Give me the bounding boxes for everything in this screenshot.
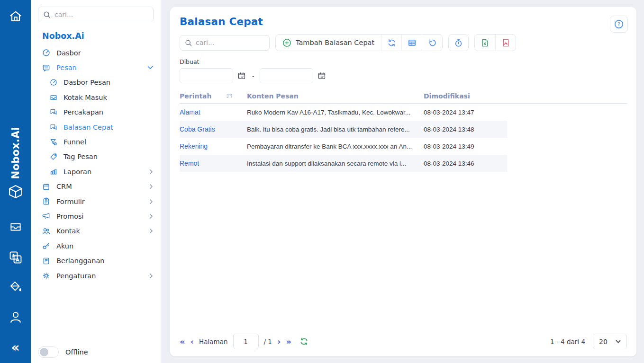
dashboard-icon [50,79,57,86]
chevron-down-icon [616,340,621,344]
last-page-button[interactable]: » [286,337,291,346]
column-header-perintah[interactable]: Perintah [180,92,247,100]
modified-cell: 08-03-2024 13:47 [424,109,507,116]
rail-brand-vertical: Nobox.Ai [10,127,21,179]
date-from-calendar-button[interactable] [236,71,247,80]
svg-text:?: ? [617,21,620,27]
offline-label: Offline [65,348,88,356]
sidebar-item-berlangganan[interactable]: Berlangganan [31,253,161,268]
sidebar-item-crm[interactable]: CRM [31,179,161,194]
sidebar-item-dasbor-pesan[interactable]: Dasbor Pesan [31,75,161,90]
sidebar-item-label: Funnel [63,138,86,146]
sidebar-item-label: Formulir [56,198,85,205]
command-link[interactable]: Coba Gratis [180,125,215,133]
content-cell: Instalasi dan support dilaksanakan secar… [247,160,424,167]
sidebar-item-kotak-masuk[interactable]: Kotak Masuk [31,90,161,105]
sidebar-search-input[interactable] [54,11,148,18]
next-page-button[interactable]: › [277,337,281,346]
chevron-right-icon [149,228,153,234]
cube-logo-icon[interactable] [7,183,24,200]
command-link[interactable]: Alamat [180,108,200,116]
plus-circle-icon [282,38,291,47]
sidebar-item-formulir[interactable]: Formulir [31,194,161,209]
modified-cell: 08-03-2024 13:48 [424,126,507,133]
sidebar-item-promosi[interactable]: Promosi [31,209,161,223]
theme-paint-icon[interactable] [9,280,23,294]
sidebar-item-funnel[interactable]: 3 Funnel [31,134,161,149]
sidebar-item-akun[interactable]: Akun [31,239,161,253]
sidebar-item-label: Balasan Cepat [63,124,113,131]
modified-cell: 08-03-2024 13:46 [424,160,507,167]
filter-label: Dibuat [180,58,627,65]
offline-toggle[interactable] [38,346,59,358]
dashboard-icon [42,49,50,57]
undo-button[interactable] [422,35,442,51]
sidebar-item-dasbor[interactable]: Dasbor [31,45,161,60]
sidebar-item-pesan[interactable]: Pesan [31,60,161,75]
funnel-icon: 3 [50,138,57,146]
sort-asc-icon[interactable] [226,93,233,99]
stopwatch-icon [454,38,463,47]
page-size-select[interactable]: 20 [593,334,627,349]
undo-icon [428,38,437,47]
date-to-input[interactable] [260,68,313,83]
column-header-konten-pesan[interactable]: Konten Pesan [247,92,424,100]
table-search-input[interactable] [196,39,264,46]
column-header-dimodifikasi[interactable]: Dimodifikasi [424,92,507,100]
prev-page-button[interactable]: ‹ [190,337,194,346]
profile-icon[interactable] [8,310,23,325]
timer-button[interactable] [448,34,469,51]
calendar-icon [237,71,246,80]
translate-icon[interactable] [8,250,23,265]
export-pdf-button[interactable] [495,35,516,51]
content-cell: Pembayaran ditransfer ke Bank BCA xxx.xx… [247,143,424,150]
sidebar-item-label: Laporan [63,168,91,176]
offline-toggle-row: Offline [38,346,88,358]
chevron-down-icon [147,66,153,70]
home-icon[interactable] [8,9,23,24]
collapse-double-chevron-icon[interactable]: « [11,341,19,354]
table-row: Rekening Pembayaran ditransfer ke Bank B… [180,138,507,155]
sidebar-item-pengaturan[interactable]: Pengaturan [31,268,161,283]
command-link[interactable]: Rekening [180,142,208,150]
table-search[interactable] [180,35,270,51]
sidebar-search[interactable] [38,7,154,22]
sidebar-item-percakapan[interactable]: Percakapan [31,105,161,120]
clipboard-icon [42,197,50,205]
chevron-right-icon [149,199,153,204]
sidebar-item-kontak[interactable]: Kontak [31,224,161,239]
inbox-icon[interactable] [9,220,23,234]
app-window: Nobox.Ai « Nobox.Ai Dasbor [0,0,644,363]
help-button[interactable]: ? [610,16,628,33]
content-cell: Ruko Modern Kav A16-A17, Tasikmadu, Kec.… [247,109,424,116]
table-header: Perintah Konten Pesan Dimodifikasi [180,91,627,104]
command-link[interactable]: Remot [180,159,199,167]
svg-text:3: 3 [54,142,56,145]
sidebar-item-laporan[interactable]: Laporan [31,164,161,179]
add-balasan-cepat-button[interactable]: Tambah Balasan Cepat [276,35,381,51]
sidebar-item-balasan-cepat[interactable]: Balasan Cepat [31,120,161,134]
refresh-button[interactable] [381,35,401,51]
page-number-input[interactable] [233,334,259,349]
key-icon [42,242,50,250]
reload-table-button[interactable] [299,337,308,346]
date-to-calendar-button[interactable] [317,71,327,80]
sidebar-item-label: Kotak Masuk [63,94,107,101]
table-view-button[interactable] [401,35,422,51]
total-pages: / 1 [264,338,272,345]
refresh-icon [299,337,308,346]
pagination-bar: « ‹ Halaman / 1 › » 1 - 4 dari 4 20 [180,334,627,349]
search-icon [185,39,192,46]
sidebar-item-label: Pesan [56,64,77,71]
excel-file-icon [481,38,490,47]
date-range-separator: - [250,72,256,80]
people-icon [42,227,50,235]
chat-bubbles-icon [50,124,57,131]
table-row: Remot Instalasi dan support dilaksanakan… [180,155,507,172]
first-page-button[interactable]: « [180,337,185,346]
sidebar-brand: Nobox.Ai [42,31,161,41]
sidebar-item-tag-pesan[interactable]: Tag Pesan [31,150,161,164]
export-excel-button[interactable] [475,35,495,51]
date-from-input[interactable] [180,68,233,83]
page-label: Halaman [199,338,227,345]
